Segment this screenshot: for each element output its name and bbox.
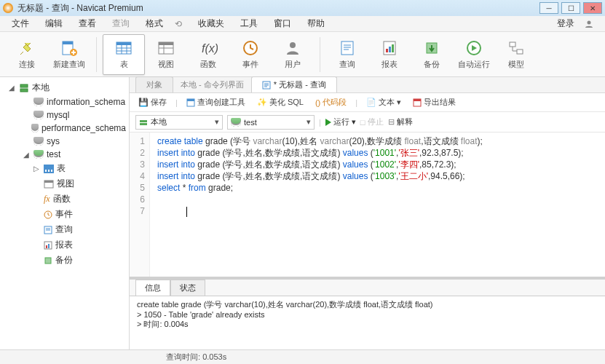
menu-query[interactable]: 查询 (105, 16, 137, 31)
tree-db-mysql[interactable]: mysql (0, 108, 129, 122)
svg-rect-14 (389, 47, 391, 52)
output-body[interactable]: create table grade (学号 varchar(10),姓名 va… (130, 296, 605, 349)
tree-db-information_schema[interactable]: information_schema (0, 95, 129, 108)
svg-rect-13 (386, 49, 388, 52)
svg-rect-32 (187, 99, 194, 101)
editor-tabs: 对象 本地 - 命令列界面 * 无标题 - 查询 (130, 77, 605, 93)
toolbar-fx[interactable]: f(x)函数 (187, 34, 229, 75)
toolbar-auto[interactable]: 自动运行 (453, 34, 495, 75)
menu-file[interactable]: 文件 (4, 16, 36, 31)
svg-point-10 (290, 42, 296, 48)
play-icon (325, 119, 331, 126)
tab-query[interactable]: * 无标题 - 查询 (251, 76, 337, 92)
menu-fav[interactable]: 收藏夹 (191, 16, 232, 31)
menu-format[interactable]: 格式 (138, 16, 170, 31)
menu-help[interactable]: 帮助 (300, 16, 332, 31)
stop-button[interactable]: □ 停止 (360, 116, 384, 127)
svg-rect-27 (46, 245, 47, 248)
toolbar-user[interactable]: 用户 (272, 34, 314, 75)
svg-rect-23 (44, 181, 53, 183)
db-combo[interactable]: test▾ (227, 115, 315, 130)
close-button[interactable]: ✕ (583, 2, 602, 14)
toolbar-clock[interactable]: 事件 (229, 34, 272, 75)
toolbar-table[interactable]: 表 (103, 34, 145, 75)
tree-db-sys[interactable]: sys (0, 135, 129, 148)
menu-window[interactable]: 窗口 (266, 16, 298, 31)
view-icon (44, 180, 54, 189)
window-title: 无标题 - 查询 - Navicat Premium (17, 2, 539, 15)
server-icon (19, 83, 29, 93)
newquery-icon (60, 39, 79, 58)
plug-icon (17, 39, 36, 58)
db-icon (31, 124, 39, 132)
toolbar-backup[interactable]: 备份 (411, 34, 453, 75)
tab-objects[interactable]: 对象 (135, 76, 173, 92)
minimize-button[interactable]: ─ (539, 2, 558, 14)
svg-rect-15 (392, 44, 394, 52)
tree-child-fx[interactable]: fx函数 (0, 191, 129, 207)
tree-child-clock[interactable]: 事件 (0, 207, 129, 222)
text-button[interactable]: 📄文本 ▾ (363, 95, 404, 109)
toolbar-view[interactable]: 视图 (145, 34, 187, 75)
toolbar-model[interactable]: 模型 (495, 34, 537, 75)
bracket-button[interactable]: () 代码段 (312, 95, 349, 109)
export-button[interactable]: 导出结果 (410, 95, 459, 109)
conn-combo[interactable]: 本地▾ (135, 115, 223, 130)
maximize-button[interactable]: ☐ (561, 2, 580, 14)
tree-child-report[interactable]: 报表 (0, 237, 129, 253)
svg-rect-5 (116, 42, 131, 45)
menu-tools[interactable]: 工具 (233, 16, 265, 31)
svg-rect-29 (45, 258, 51, 264)
refresh-icon[interactable]: ⟲ (167, 17, 189, 31)
db-icon (33, 137, 44, 146)
toolbar-report[interactable]: 报表 (368, 34, 411, 75)
title-bar: 无标题 - 查询 - Navicat Premium ─ ☐ ✕ (0, 0, 605, 16)
app-logo-icon (3, 3, 13, 13)
svg-point-0 (588, 20, 591, 24)
svg-text:f(x): f(x) (202, 42, 218, 55)
tree-root[interactable]: ◢本地 (0, 80, 129, 95)
tree-child-query[interactable]: 查询 (0, 222, 129, 237)
main-toolbar: 连接新建查询表视图f(x)函数事件用户查询报表备份自动运行模型 (0, 32, 605, 77)
toolbar-plug[interactable]: 连接 (6, 34, 48, 75)
clock-icon (241, 39, 260, 58)
tab-objects-sub: 本地 - 命令列界面 (175, 79, 250, 92)
tree-db-performance_schema[interactable]: performance_schema (0, 122, 129, 135)
query-icon (262, 81, 271, 90)
query-builder-button[interactable]: 查询创建工具 (183, 95, 248, 109)
svg-rect-19 (517, 50, 523, 54)
db-icon (33, 111, 44, 119)
tree-db-test[interactable]: ◢test (0, 148, 129, 161)
svg-rect-35 (140, 120, 147, 122)
tree-child-backup[interactable]: 备份 (0, 253, 129, 268)
auto-icon (464, 39, 483, 58)
svg-rect-2 (63, 41, 73, 44)
save-button[interactable]: 💾 保存 (135, 95, 170, 109)
tree-child-view[interactable]: 视图 (0, 176, 129, 191)
main-panel: 对象 本地 - 命令列界面 * 无标题 - 查询 💾 保存 | 查询创建工具 ✨… (130, 77, 605, 349)
tree-child-table[interactable]: ▷表 (0, 161, 129, 176)
fx-icon: f(x) (199, 39, 218, 58)
menu-view[interactable]: 查看 (71, 16, 103, 31)
db-icon (33, 98, 44, 106)
line-gutter: 1234567 (130, 132, 150, 277)
db-icon (33, 150, 44, 159)
db-icon (231, 118, 241, 127)
toolbar-newquery[interactable]: 新建查询 (48, 34, 90, 75)
explain-button[interactable]: ⊟解释 (388, 116, 413, 127)
menu-edit[interactable]: 编辑 (38, 16, 70, 31)
code-area[interactable]: create table grade (学号 varchar(10),姓名 va… (150, 132, 605, 277)
table-icon (114, 39, 133, 58)
sql-editor[interactable]: 1234567 create table grade (学号 varchar(1… (130, 132, 605, 277)
toolbar-query[interactable]: 查询 (326, 34, 368, 75)
login-link[interactable]: 登录 (542, 15, 601, 33)
svg-rect-18 (510, 42, 515, 47)
output-tab-status[interactable]: 状态 (170, 280, 205, 296)
connection-tree[interactable]: ◢本地 information_schemamysqlperformance_s… (0, 77, 130, 349)
backup-icon (44, 256, 52, 265)
beautify-button[interactable]: ✨美化 SQL (254, 95, 307, 109)
svg-rect-7 (159, 42, 173, 45)
clock-icon (44, 210, 52, 219)
run-button[interactable]: 运行 ▾ (325, 116, 356, 127)
output-tab-info[interactable]: 信息 (135, 280, 170, 296)
